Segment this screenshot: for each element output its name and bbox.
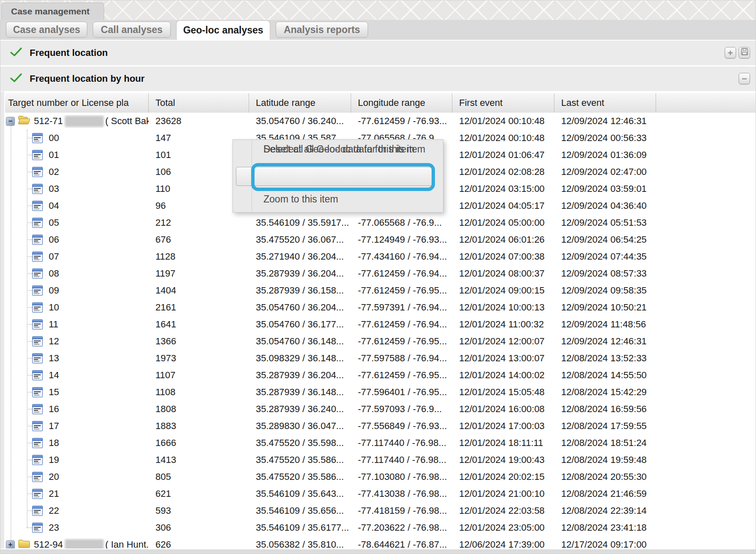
table-row[interactable]: 21 621 35.546109 / 35.643... -77.413038 … bbox=[0, 485, 756, 502]
table-row[interactable]: 14 1107 35.287939 / 36.204... -77.612459… bbox=[0, 367, 756, 384]
horizontal-scrollbar[interactable] bbox=[0, 548, 756, 554]
cell-first-event: 12/01/2024 16:00:08 bbox=[452, 404, 554, 415]
context-menu-item[interactable]: Zoom to this item bbox=[263, 190, 440, 209]
tree-connector bbox=[27, 527, 32, 528]
cell-target: 07 bbox=[0, 251, 149, 262]
cell-last-event: 12/09/2024 09:58:35 bbox=[554, 285, 656, 296]
table-row[interactable]: − 512-71 ( Scott Bak... 23628 35.054760 … bbox=[0, 113, 756, 130]
cell-longitude-range: -77.597391 / -76.94... bbox=[351, 302, 452, 313]
collapse-section-button[interactable]: − bbox=[739, 73, 750, 84]
cell-target: 21 bbox=[0, 488, 149, 499]
cell-first-event: 12/01/2024 01:06:47 bbox=[452, 150, 554, 161]
cell-latitude-range: 35.287939 / 36.240... bbox=[249, 404, 351, 415]
cell-target: 01 bbox=[0, 150, 149, 161]
check-icon bbox=[10, 47, 22, 59]
table-row[interactable]: 11 1641 35.054760 / 36.177... -77.612459… bbox=[0, 316, 756, 333]
hour-item-icon bbox=[32, 523, 43, 533]
cell-first-event: 12/01/2024 09:00:15 bbox=[452, 285, 554, 296]
table-row[interactable]: 15 1108 35.287939 / 36.148... -77.596401… bbox=[0, 384, 756, 401]
window-tab-case-management[interactable]: Case management bbox=[1, 3, 104, 20]
column-header-target[interactable]: Target number or License pla bbox=[0, 93, 149, 113]
expand-toggle-icon[interactable]: + bbox=[6, 540, 15, 549]
save-icon bbox=[740, 47, 749, 58]
table-row[interactable]: 20 805 35.475520 / 35.586... -77.103080 … bbox=[0, 468, 756, 485]
tab-analysis-reports[interactable]: Analysis reports bbox=[276, 22, 368, 38]
cell-longitude-range: -77.612459 / -76.95... bbox=[351, 285, 452, 296]
table-row[interactable]: 08 1197 35.287939 / 36.204... -77.612459… bbox=[0, 265, 756, 282]
table-row[interactable]: 09 1404 35.287939 / 36.158... -77.612459… bbox=[0, 282, 756, 299]
tree-connector bbox=[27, 290, 32, 291]
target-number: 17 bbox=[49, 421, 59, 432]
save-button[interactable] bbox=[739, 47, 750, 58]
column-header-last-event[interactable]: Last event bbox=[554, 93, 656, 113]
hour-item-icon bbox=[32, 404, 43, 414]
tab-case-analyses[interactable]: Case analyses bbox=[6, 22, 87, 38]
cell-target: 17 bbox=[0, 421, 149, 432]
table-row[interactable]: 05 212 35.546109 / 35.5917... -77.065568… bbox=[0, 214, 756, 231]
column-header-total[interactable]: Total bbox=[149, 93, 249, 113]
tree-connector bbox=[27, 256, 32, 257]
hour-item-icon bbox=[32, 252, 43, 262]
cell-longitude-range: -77.597588 / -76.94... bbox=[351, 353, 452, 364]
hour-item-icon bbox=[32, 218, 43, 228]
hour-item-icon bbox=[32, 353, 43, 363]
cell-total: 1808 bbox=[149, 404, 249, 415]
target-number: 21 bbox=[49, 488, 59, 499]
section-frequent-location: Frequent location + bbox=[0, 41, 756, 66]
cell-last-event: 12/08/2024 18:51:24 bbox=[554, 438, 656, 449]
cell-first-event: 12/01/2024 11:00:32 bbox=[452, 319, 554, 330]
hour-item-icon bbox=[32, 506, 43, 516]
tab-content: Frequent location + Frequent location by… bbox=[0, 40, 756, 554]
tree-connector bbox=[27, 375, 32, 376]
expand-toggle-icon[interactable]: − bbox=[6, 117, 15, 126]
cell-last-event: 12/09/2024 07:44:35 bbox=[554, 251, 656, 262]
context-menu-item[interactable]: Deselect all Geo-loc data for this item bbox=[263, 140, 440, 159]
tab-call-analyses[interactable]: Call analyses bbox=[93, 22, 171, 38]
table-row[interactable]: 23 306 35.546109 / 35.6177... -77.203622… bbox=[0, 519, 756, 536]
table-row[interactable]: 16 1808 35.287939 / 36.240... -77.597093… bbox=[0, 401, 756, 418]
minus-icon: − bbox=[742, 74, 747, 84]
table-row[interactable]: 12 1366 35.054760 / 36.148... -77.612459… bbox=[0, 333, 756, 350]
target-number: 512-71 bbox=[34, 116, 63, 127]
cell-longitude-range: -77.203622 / -76.98... bbox=[351, 522, 452, 533]
cell-total: 1197 bbox=[149, 268, 249, 279]
table-row[interactable]: 19 1413 35.475520 / 35.586... -77.117440… bbox=[0, 452, 756, 468]
cell-longitude-range: -77.556849 / -76.93... bbox=[351, 421, 452, 432]
cell-longitude-range: -77.065568 / -76.9... bbox=[351, 217, 452, 228]
cell-latitude-range: 35.287939 / 36.204... bbox=[249, 370, 351, 381]
cell-latitude-range: 35.475520 / 36.067... bbox=[249, 234, 351, 245]
cell-total: 676 bbox=[149, 234, 249, 245]
table-row[interactable]: 07 1128 35.271940 / 36.204... -77.434160… bbox=[0, 248, 756, 265]
target-number: 12 bbox=[49, 336, 59, 347]
cell-first-event: 12/01/2024 06:01:26 bbox=[452, 234, 554, 245]
table-row[interactable]: 22 593 35.546109 / 35.656... -77.418159 … bbox=[0, 502, 756, 519]
target-number: 22 bbox=[49, 505, 59, 516]
column-header-first-event[interactable]: First event bbox=[452, 93, 554, 113]
cell-last-event: 12/09/2024 04:36:40 bbox=[554, 200, 656, 211]
cell-latitude-range: 35.546109 / 35.656... bbox=[249, 505, 351, 516]
plus-icon: + bbox=[728, 48, 733, 58]
cell-total: 805 bbox=[149, 471, 249, 482]
add-analysis-button[interactable]: + bbox=[725, 47, 736, 58]
table-row[interactable]: 10 2161 35.054760 / 36.204... -77.597391… bbox=[0, 299, 756, 316]
tab-geo-loc-analyses[interactable]: Geo-loc analyses bbox=[176, 20, 270, 40]
cell-first-event: 12/01/2024 05:00:00 bbox=[452, 217, 554, 228]
column-header-latitude-range[interactable]: Latitude range bbox=[249, 93, 351, 113]
column-header-longitude-range[interactable]: Longitude range bbox=[351, 93, 452, 113]
cell-latitude-range: 35.098329 / 36.148... bbox=[249, 353, 351, 364]
tree-connector bbox=[27, 205, 32, 206]
target-number: 14 bbox=[49, 370, 59, 381]
target-number: 07 bbox=[49, 251, 59, 262]
cell-last-event: 12/09/2024 08:57:33 bbox=[554, 268, 656, 279]
tree-connector bbox=[27, 324, 32, 325]
table-row[interactable]: 17 1883 35.289830 / 36.047... -77.556849… bbox=[0, 418, 756, 435]
table-row[interactable]: 06 676 35.475520 / 36.067... -77.124949 … bbox=[0, 231, 756, 248]
tree-connector bbox=[27, 392, 32, 393]
cell-total: 1404 bbox=[149, 285, 249, 296]
cell-first-event: 12/01/2024 23:05:00 bbox=[452, 522, 554, 533]
cell-last-event: 12/09/2024 03:59:01 bbox=[554, 183, 656, 194]
table-header: Target number or License pla Total Latit… bbox=[0, 92, 756, 113]
table-row[interactable]: 18 1666 35.475520 / 35.598... -77.117440… bbox=[0, 435, 756, 452]
target-number: 20 bbox=[49, 471, 59, 482]
table-row[interactable]: 13 1973 35.098329 / 36.148... -77.597588… bbox=[0, 350, 756, 367]
